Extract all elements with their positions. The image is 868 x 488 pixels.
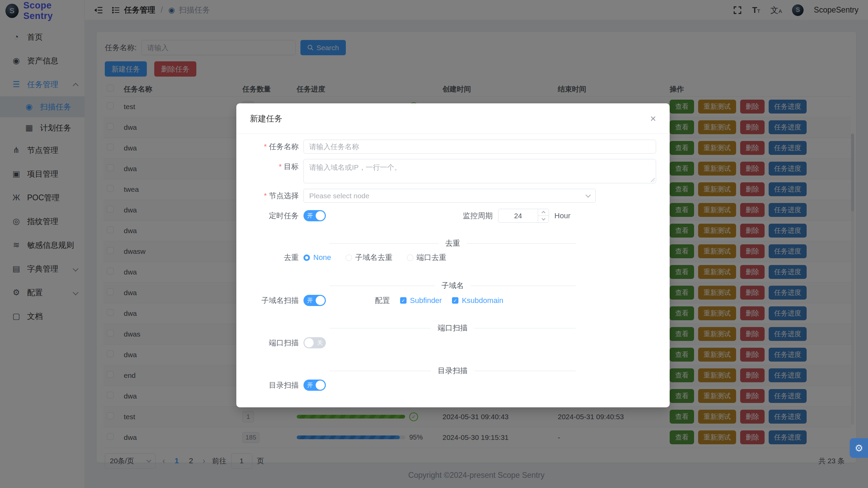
close-icon[interactable]: × <box>650 114 656 124</box>
subdomain-scan-label: 子域名扫描 <box>250 296 299 306</box>
monitor-cycle-group: 监控周期 24 Hour <box>463 209 571 223</box>
dir-scan-row: 目录扫描 开 <box>250 380 656 391</box>
divider-port-scan: 端口扫描 <box>330 323 576 333</box>
modal-title: 新建任务 <box>250 113 282 124</box>
task-name-field[interactable] <box>303 140 656 154</box>
subdomain-scan-toggle[interactable]: 开 <box>303 295 326 306</box>
subdomain-scan-row: 子域名扫描 开 配置 ✓Subfinder ✓Ksubdomain <box>250 295 656 306</box>
config-label: 配置 <box>375 296 390 306</box>
resize-grip-icon[interactable] <box>651 178 655 182</box>
checkbox-subfinder[interactable]: ✓Subfinder <box>400 296 442 305</box>
task-name-row: 任务名称 <box>250 140 656 154</box>
node-select[interactable]: Please select node <box>303 189 596 203</box>
new-task-modal: 新建任务 × 任务名称 目标 请输入域名或IP，一行一个。 节点选择 Pleas… <box>236 103 670 407</box>
port-scan-row: 端口扫描 关 <box>250 337 656 348</box>
divider-dir-scan: 目录扫描 <box>330 366 576 376</box>
settings-gear-button[interactable]: ⚙ <box>850 438 868 458</box>
scheduled-toggle[interactable]: 开 <box>303 210 326 221</box>
scheduled-label: 定时任务 <box>250 211 299 221</box>
dir-scan-label: 目录扫描 <box>250 380 299 390</box>
port-scan-label: 端口扫描 <box>250 338 299 348</box>
cycle-unit: Hour <box>554 211 571 220</box>
target-row: 目标 请输入域名或IP，一行一个。 <box>250 159 656 183</box>
spinner-up-icon[interactable] <box>538 209 549 216</box>
divider-dedup: 去重 <box>330 238 576 248</box>
radio-dedup-port[interactable]: 端口去重 <box>407 252 447 263</box>
checkbox-ksubdomain[interactable]: ✓Ksubdomain <box>452 296 503 305</box>
target-placeholder: 请输入域名或IP，一行一个。 <box>309 163 401 171</box>
node-label: 节点选择 <box>250 191 299 201</box>
gear-icon: ⚙ <box>854 443 863 454</box>
task-name-label: 任务名称 <box>250 142 299 152</box>
chevron-down-icon <box>586 192 591 198</box>
number-spinner <box>538 209 549 222</box>
modal-header: 新建任务 × <box>236 103 670 134</box>
spinner-down-icon[interactable] <box>538 216 549 222</box>
task-name-input[interactable] <box>309 143 650 151</box>
divider-subdomain: 子域名 <box>330 281 576 291</box>
port-scan-toggle[interactable]: 关 <box>303 337 326 348</box>
subdomain-config-group: 配置 ✓Subfinder ✓Ksubdomain <box>375 296 504 306</box>
target-textarea[interactable]: 请输入域名或IP，一行一个。 <box>303 159 656 183</box>
target-label: 目标 <box>250 162 299 172</box>
dedup-row: 去重 None 子域名去重 端口去重 <box>250 252 656 263</box>
scheduled-task-row: 定时任务 开 监控周期 24 Hour <box>250 210 656 221</box>
dir-scan-toggle[interactable]: 开 <box>303 380 326 391</box>
dedup-label: 去重 <box>250 252 299 263</box>
radio-dedup-none[interactable]: None <box>303 253 331 262</box>
node-placeholder: Please select node <box>309 192 369 200</box>
radio-dedup-subdomain[interactable]: 子域名去重 <box>346 252 393 263</box>
cycle-label: 监控周期 <box>463 211 493 221</box>
node-row: 节点选择 Please select node <box>250 189 656 203</box>
cycle-number-input[interactable]: 24 <box>498 209 549 223</box>
